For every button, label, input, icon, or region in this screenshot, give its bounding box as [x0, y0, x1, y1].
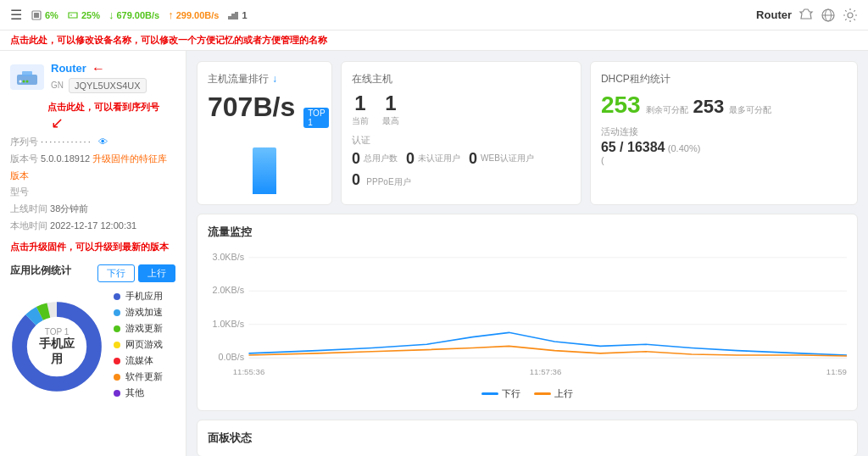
app-legend: 手机应用 游戏加速 游戏更新 网页游戏 [114, 290, 163, 403]
svg-point-8 [848, 13, 853, 18]
svg-text:3.0KB/s: 3.0KB/s [212, 252, 244, 262]
current-val: 1 [352, 92, 369, 115]
chart-area: 3.0KB/s 2.0KB/s 1.0KB/s 0.0B/s 11:55:36 [208, 247, 847, 382]
datetime-row: 本地时间 2022-12-17 12:00:31 [10, 218, 175, 235]
topbar-right: Router [756, 8, 858, 23]
clients-icon [227, 9, 239, 21]
web-val: 0 [469, 150, 477, 168]
upload-value: 299.00B/s [176, 10, 220, 20]
legend-dot-web-game [114, 342, 120, 348]
clients-metric: 1 [227, 9, 247, 21]
serial-dots: ············ [41, 136, 92, 147]
traffic-bar [208, 135, 321, 194]
legend-label-streaming: 流媒体 [125, 354, 153, 367]
device-id: JQYL5UXS4UX [69, 78, 147, 93]
current-metric: 1 当前 [352, 92, 369, 127]
brand-name: Router [756, 8, 792, 21]
current-label: 当前 [352, 115, 369, 127]
cpu-metric: 6% [31, 9, 58, 21]
auth-row: 0 总用户数 0 未认证用户 0 WEB认证用户 [352, 150, 570, 168]
menu-icon[interactable]: ☰ [10, 7, 22, 23]
svg-text:11:57:36: 11:57:36 [530, 367, 562, 376]
svg-rect-1 [34, 13, 39, 18]
legend-dot-software-update [114, 374, 120, 381]
svg-point-13 [26, 80, 29, 82]
datetime-label: 本地时间 [10, 220, 47, 231]
total-users-label: 总用户数 [364, 153, 398, 164]
traffic-card: 主机流量排行 ↓ 707B/s TOP 1 [197, 61, 332, 205]
shirt-icon[interactable] [798, 8, 814, 23]
dhcp-title: DHCP租约统计 [601, 72, 847, 86]
svg-rect-2 [228, 16, 231, 19]
panel-status-section: 面板状态 [197, 420, 858, 457]
legend-dot-mobile [114, 293, 120, 300]
active-conn-title: 活动连接 [601, 125, 847, 138]
uptime-label: 上线时间 [10, 203, 47, 214]
legend-software-update: 软件更新 [114, 370, 163, 383]
svg-text:1.0KB/s: 1.0KB/s [212, 318, 244, 328]
dhcp-value-row: 253 剩余可分配 253 最多可分配 [601, 92, 847, 119]
legend-down-label: 下行 [502, 387, 520, 400]
donut-main-label: 手机应用 [34, 336, 81, 366]
svg-rect-3 [231, 14, 235, 19]
legend-streaming: 流媒体 [114, 354, 163, 367]
upgrade-annotation: 点击升级固件，可以升级到最新的版本 [10, 240, 175, 254]
up-btn[interactable]: 上行 [138, 264, 175, 282]
app-stats-section: 应用比例统计 下行 上行 TOP 1 手机应用 [10, 264, 175, 403]
active-conn-value-row: 65 / 16384 (0.40%) [601, 140, 847, 155]
donut-chart: TOP 1 手机应用 [10, 300, 103, 393]
down-btn[interactable]: 下行 [97, 264, 135, 282]
flow-monitor-card: 流量监控 3.0KB/s 2.0KB/s 1.0KB/s 0.0B/s [197, 214, 858, 411]
dhcp-card: DHCP租约统计 253 剩余可分配 253 最多可分配 活动连接 65 / 1… [590, 61, 858, 205]
app-stats-title: 应用比例统计 [10, 264, 71, 278]
settings-icon[interactable] [843, 8, 858, 23]
mem-value: 25% [81, 10, 100, 20]
legend-up-label: 上行 [554, 387, 573, 400]
legend-label-gaming-accel: 游戏加速 [125, 306, 163, 319]
clients-value: 1 [242, 10, 247, 20]
legend-dot-streaming [114, 358, 120, 364]
traffic-sort-icon[interactable]: ↓ [272, 73, 277, 85]
donut-container: TOP 1 手机应用 手机应用 游戏加速 游戏更新 [10, 290, 175, 403]
total-users-val: 0 [352, 150, 360, 168]
version-label: 版本号 [10, 153, 38, 164]
web-label: WEB认证用户 [481, 153, 534, 164]
download-value: 679.00B/s [116, 10, 159, 20]
svg-text:11:59:36: 11:59:36 [826, 367, 847, 376]
uptime-value: 38分钟前 [50, 203, 88, 214]
dhcp-avail-label: 剩余可分配 [646, 104, 688, 116]
traffic-title-text: 主机流量排行 [208, 72, 269, 86]
legend-label-software-update: 软件更新 [125, 370, 163, 383]
active-conn-val: 65 / 16384 [601, 140, 665, 154]
svg-text:0.0B/s: 0.0B/s [219, 352, 244, 362]
legend-down-line [481, 392, 498, 395]
dhcp-avail-val: 253 [601, 92, 641, 119]
top-annotation-banner: 点击此处，可以修改设备名称，可以修改一个方便记忆的或者方便管理的名称 [0, 31, 868, 51]
unauth-label: 未认证用户 [418, 153, 460, 164]
bar-column [253, 147, 276, 194]
legend-dot-other [114, 390, 120, 397]
model-label: 型号 [10, 186, 29, 197]
pppoe-row: 0 PPPoE用户 [352, 171, 570, 189]
eye-icon[interactable]: 👁 [98, 136, 108, 147]
model-row: 型号 [10, 184, 175, 201]
dhcp-max-label: 最多可分配 [729, 104, 771, 116]
panel-status-title: 面板状态 [208, 431, 847, 446]
pppoe-label: PPPoE用户 [366, 177, 410, 186]
donut-top-label: TOP 1 [34, 326, 81, 336]
web-auth-item: 0 WEB认证用户 [469, 150, 534, 168]
device-id-prefix: GN [51, 81, 64, 90]
svg-point-12 [23, 80, 25, 82]
device-name[interactable]: Router [51, 62, 86, 75]
globe-icon[interactable] [821, 8, 836, 23]
datetime-value: 2022-12-17 12:00:31 [50, 220, 136, 231]
legend-up-line [534, 392, 551, 395]
auth-section: 认证 0 总用户数 0 未认证用户 0 WEB认证用户 [352, 134, 570, 189]
traffic-title: 主机流量排行 ↓ [208, 72, 321, 86]
legend-label-gaming-update: 游戏更新 [125, 322, 163, 335]
traffic-value-row: 707B/s TOP 1 [208, 92, 321, 128]
legend-mobile: 手机应用 [114, 290, 163, 303]
online-title: 在线主机 [352, 72, 570, 86]
legend-label-web-game: 网页游戏 [125, 338, 163, 351]
upload-metric: ↑ 299.00B/s [168, 8, 219, 21]
